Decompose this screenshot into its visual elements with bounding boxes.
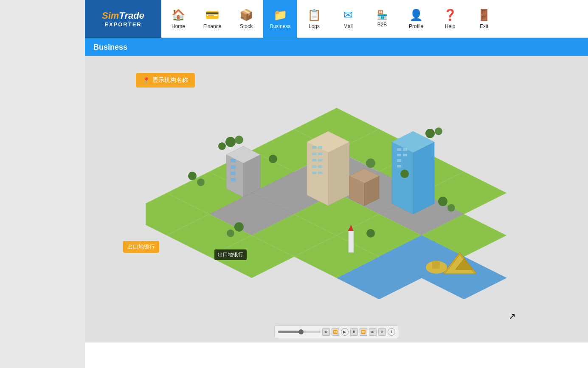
media-btn-rewind[interactable]: ⏪	[332, 328, 339, 336]
nav-help[interactable]: ❓ Help	[433, 0, 467, 38]
svg-marker-44	[392, 142, 413, 214]
progress-bar[interactable]	[278, 331, 321, 333]
media-btn-prev[interactable]: ⏮	[322, 328, 330, 336]
mail-label: Mail	[343, 23, 353, 29]
nav-mail[interactable]: ✉ Mail	[331, 0, 365, 38]
svg-rect-27	[231, 165, 236, 169]
svg-rect-28	[231, 172, 236, 175]
svg-rect-34	[318, 146, 322, 149]
svg-point-57	[218, 142, 226, 150]
cursor-indicator: ↗	[509, 311, 516, 321]
nav-items: 🏠 Home 💳 Finance 📦 Stock 📁 Business 📋 L	[161, 0, 588, 37]
bank-label-1-text: 出口地银行	[127, 243, 155, 250]
svg-point-65	[234, 222, 244, 232]
svg-rect-36	[318, 153, 322, 155]
logo: Sim Trade EXPORTER	[85, 0, 161, 38]
svg-rect-33	[312, 146, 316, 149]
svg-point-59	[435, 127, 442, 135]
profile-label: Profile	[409, 23, 423, 29]
svg-point-69	[447, 204, 455, 212]
page-header: Business	[85, 38, 588, 56]
svg-point-56	[235, 136, 243, 144]
media-btn-info[interactable]: ℹ	[388, 328, 395, 336]
b2b-label: B2B	[377, 22, 387, 28]
show-institution-label: 显示机构名称	[152, 76, 188, 84]
exit-icon: 🚪	[477, 8, 491, 22]
svg-rect-35	[312, 153, 316, 155]
home-icon: 🏠	[172, 8, 185, 22]
mail-icon: ✉	[343, 8, 353, 22]
nav-bar: Sim Trade EXPORTER 🏠 Home 💳 Finance 📦 St…	[85, 0, 588, 38]
bank-label-orange: 出口地银行	[123, 241, 159, 253]
finance-icon: 💳	[205, 8, 219, 22]
media-btn-next[interactable]: ⏭	[369, 328, 377, 336]
svg-marker-30	[328, 142, 349, 206]
finance-label: Finance	[203, 23, 222, 29]
exit-label: Exit	[480, 23, 488, 29]
nav-logs[interactable]: 📋 Logs	[297, 0, 331, 38]
svg-point-68	[438, 197, 447, 206]
nav-stock[interactable]: 📦 Stock	[229, 0, 263, 38]
show-institution-button[interactable]: 📍 显示机构名称	[136, 73, 195, 88]
city-map[interactable]: 📍 显示机构名称 出口地银行 出口地银行	[85, 56, 588, 343]
page-title: Business	[93, 43, 127, 52]
svg-rect-38	[318, 159, 322, 161]
nav-profile[interactable]: 👤 Profile	[399, 0, 433, 38]
business-icon: 📁	[273, 8, 287, 22]
logo-exporter: EXPORTER	[104, 21, 142, 28]
svg-rect-70	[349, 231, 354, 252]
nav-b2b[interactable]: 🏪 B2B	[365, 0, 399, 38]
progress-fill	[278, 331, 299, 333]
media-controls: ⏮ ⏪ ▶ ⏸ ⏩ ⏭ ✕ ℹ	[274, 326, 399, 338]
svg-rect-51	[397, 165, 401, 167]
logo-sim: Sim	[102, 10, 119, 21]
svg-point-63	[188, 172, 197, 180]
city-svg	[146, 99, 528, 312]
stock-label: Stock	[240, 23, 253, 29]
business-label: Business	[270, 23, 291, 29]
nav-home[interactable]: 🏠 Home	[161, 0, 195, 38]
svg-marker-43	[413, 142, 434, 214]
city-tiles	[146, 108, 506, 299]
svg-point-67	[366, 229, 375, 238]
svg-rect-26	[231, 159, 236, 162]
stock-icon: 📦	[239, 8, 253, 22]
bank-label-dark: 出口地银行	[214, 249, 247, 260]
svg-marker-31	[307, 142, 328, 206]
iso-city-container	[85, 69, 588, 343]
bank-label-2-text: 出口地银行	[218, 252, 243, 258]
svg-point-61	[366, 159, 375, 168]
help-label: Help	[445, 23, 456, 29]
nav-finance[interactable]: 💳 Finance	[195, 0, 229, 38]
progress-thumb[interactable]	[298, 329, 304, 334]
svg-point-66	[227, 229, 234, 237]
app-window: Sim Trade EXPORTER 🏠 Home 💳 Finance 📦 St…	[85, 0, 588, 368]
svg-rect-76	[432, 261, 440, 269]
pin-icon: 📍	[143, 77, 150, 84]
svg-point-60	[269, 155, 277, 163]
svg-rect-47	[403, 148, 407, 151]
svg-point-64	[197, 178, 205, 186]
svg-rect-46	[397, 148, 401, 151]
media-btn-stop[interactable]: ✕	[378, 328, 386, 336]
svg-rect-40	[318, 165, 322, 168]
svg-rect-29	[231, 178, 236, 181]
svg-rect-39	[312, 165, 316, 168]
svg-point-58	[425, 129, 435, 138]
logs-icon: 📋	[307, 8, 321, 22]
main-content: 📍 显示机构名称 出口地银行 出口地银行	[85, 56, 588, 343]
media-btn-play[interactable]: ▶	[341, 328, 349, 336]
svg-rect-41	[312, 172, 316, 174]
logo-trade: Trade	[119, 10, 144, 21]
svg-rect-48	[397, 154, 401, 156]
profile-icon: 👤	[409, 8, 423, 22]
svg-rect-42	[318, 172, 322, 174]
svg-point-55	[225, 137, 236, 147]
nav-exit[interactable]: 🚪 Exit	[467, 0, 501, 38]
b2b-icon: 🏪	[377, 10, 388, 20]
media-btn-forward[interactable]: ⏩	[360, 328, 367, 336]
media-btn-pause[interactable]: ⏸	[350, 328, 358, 336]
help-icon: ❓	[443, 8, 457, 22]
nav-business[interactable]: 📁 Business	[263, 0, 297, 38]
logs-label: Logs	[309, 23, 320, 29]
